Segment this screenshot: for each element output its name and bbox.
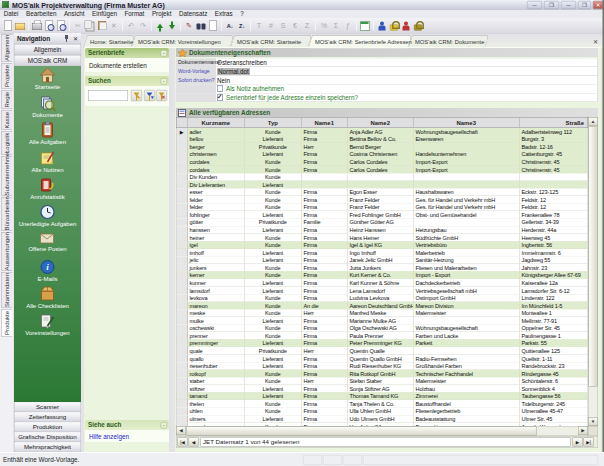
side-tab-subunternehmer[interactable]: Subunternehmer: [1, 156, 13, 196]
table-cell[interactable]: ulmers: [188, 415, 245, 422]
table-cell[interactable]: [414, 347, 520, 354]
collapse-icon[interactable]: -: [161, 50, 168, 57]
table-row[interactable]: imhoffLieferantFirmaIngo ImhoffMalerbetr…: [177, 249, 589, 257]
scroll-left-icon[interactable]: ◀: [176, 426, 186, 435]
child-restore-button[interactable]: ❐: [544, 1, 559, 9]
table-cell[interactable]: Quentin Qualle: [348, 347, 414, 354]
nav-section-allgemein[interactable]: Allgemein: [14, 44, 81, 55]
table-cell[interactable]: Ulmenallee 45-47: [520, 408, 589, 415]
row-selector[interactable]: [177, 211, 188, 218]
table-cell[interactable]: meske: [188, 309, 245, 316]
table-cell[interactable]: [302, 181, 348, 188]
table-cell[interactable]: Parkstr. 55: [520, 340, 589, 347]
table-cell[interactable]: Heizungsbau: [414, 226, 520, 233]
function-icon[interactable]: ƒ: [343, 20, 354, 31]
table-cell[interactable]: berger: [188, 143, 245, 150]
table-cell[interactable]: Firma: [302, 272, 348, 279]
table-cell[interactable]: Lieferant: [245, 211, 302, 218]
table-cell[interactable]: Taubengasse 56: [520, 393, 589, 400]
side-tab-auswertungen[interactable]: Auswertungen: [1, 232, 13, 271]
format-number-icon[interactable]: #: [266, 20, 277, 31]
table-cell[interactable]: prenner: [188, 332, 245, 339]
table-cell[interactable]: jelic: [188, 257, 245, 264]
table-cell[interactable]: fohlinger: [188, 211, 245, 218]
table-cell[interactable]: Vertriebsbüro: [414, 241, 520, 248]
table-cell[interactable]: thelen: [188, 400, 245, 407]
table-cell[interactable]: Firma: [302, 325, 348, 332]
table-row[interactable]: christensenLieferantFirmaCosima Christen…: [177, 151, 589, 159]
table-cell[interactable]: Randebrockstr. 23: [520, 362, 589, 369]
table-cell[interactable]: Franz Felder: [348, 196, 414, 203]
table-row[interactable]: bergerPrivatkundeHerrBernd BergerBadstr.…: [177, 143, 589, 151]
table-cell[interactable]: Firma: [302, 166, 348, 173]
table-cell[interactable]: imhoff: [188, 249, 245, 256]
table-cell[interactable]: Tidelburgerstr. 245: [520, 400, 589, 407]
table-cell[interactable]: Dachdeckerbetrieb: [414, 279, 520, 286]
nav-item-anrufstatistik[interactable]: Anrufstatistik: [14, 177, 81, 201]
table-cell[interactable]: Gellertstr. 34-39: [520, 219, 589, 226]
table-cell[interactable]: Janek Jelic GmbH: [348, 257, 414, 264]
table-row[interactable]: ▶adlerKundeFirmaAnja Adler AGWohnungsbau…: [177, 128, 589, 136]
table-cell[interactable]: Kunde: [245, 166, 302, 173]
open-icon[interactable]: [15, 20, 26, 31]
table-cell[interactable]: Kurt Kerner & Co.: [348, 272, 414, 279]
table-row[interactable]: fohlingerLieferantFirmaFred Fohlinger Gm…: [177, 211, 589, 219]
table-cell[interactable]: Thomas Tamand KG: [348, 393, 414, 400]
sum-icon[interactable]: Σ: [331, 20, 342, 31]
nav-group-grafische-disposition[interactable]: Grafische Disposition: [14, 432, 81, 442]
row-selector[interactable]: [177, 355, 188, 362]
table-cell[interactable]: [414, 173, 520, 180]
table-cell[interactable]: [414, 181, 520, 188]
row-selector[interactable]: [177, 294, 188, 301]
table-cell[interactable]: Cosima Christensen: [348, 151, 414, 158]
table-row[interactable]: qualloLieferantFirmaQuentin Quallo GmbHR…: [177, 355, 589, 363]
table-cell[interactable]: Lieferant: [245, 249, 302, 256]
table-row[interactable]: tamandLieferantFirmaThomas Tamand KGZimm…: [177, 393, 589, 401]
table-cell[interactable]: Firma: [302, 408, 348, 415]
table-cell[interactable]: Jagdweg 55: [520, 257, 589, 264]
print-preview-icon[interactable]: [44, 20, 55, 31]
row-selector[interactable]: [177, 151, 188, 158]
row-selector[interactable]: [177, 188, 188, 195]
table-cell[interactable]: Firma: [302, 340, 348, 347]
table-cell[interactable]: Lieferant: [245, 226, 302, 233]
table-cell[interactable]: staber: [188, 377, 245, 384]
table-cell[interactable]: Jutta Junkers: [348, 264, 414, 271]
menu-datei[interactable]: Datei: [0, 10, 22, 18]
nav-item-unerledigte-aufgaben[interactable]: Unerledigte Aufgaben: [14, 204, 81, 228]
table-cell[interactable]: Ulmer Str. 45: [520, 415, 589, 422]
table-row[interactable]: ulmersLieferantFirmaUdo Ulmers GmbHBadea…: [177, 415, 589, 423]
siehe-auch-header[interactable]: Siehe auch -: [85, 420, 169, 430]
table-row[interactable]: rotkopfKundeFirmaRita Rotkopf GmbHTechni…: [177, 370, 589, 378]
table-cell[interactable]: Hans Heiner: [348, 234, 414, 241]
table-cell[interactable]: Aareon Deutschland GmbH: [348, 302, 414, 309]
collapse-icon[interactable]: -: [161, 422, 168, 429]
row-selector[interactable]: [177, 347, 188, 354]
table-cell[interactable]: Olga Oschewski AG: [348, 325, 414, 332]
table-cell[interactable]: Firma: [302, 241, 348, 248]
table-cell[interactable]: Lieferant: [245, 317, 302, 324]
table-cell[interactable]: Sonnenblick 4: [520, 385, 589, 392]
format-S-icon[interactable]: S: [278, 20, 289, 31]
table-cell[interactable]: heiner: [188, 234, 245, 241]
column-header-name3[interactable]: Name3: [414, 118, 520, 128]
table-cell[interactable]: Privatkunde: [245, 219, 302, 226]
field-value[interactable]: Osteranschreiben: [217, 60, 267, 67]
table-cell[interactable]: götter: [188, 219, 245, 226]
horizontal-scrollbar[interactable]: ◀ ▶: [176, 426, 588, 436]
nav-item-e-mails[interactable]: iE-Mails: [14, 259, 81, 283]
search-input[interactable]: [88, 90, 128, 101]
vertical-scrollbar[interactable]: ▲ ▼: [588, 117, 598, 426]
row-selector[interactable]: [177, 181, 188, 188]
new-document-icon[interactable]: [3, 20, 14, 31]
nav-group-zeiterfassung[interactable]: Zeiterfassung: [14, 412, 81, 422]
table-cell[interactable]: cordales: [188, 158, 245, 165]
table-cell[interactable]: Anja Adler AG: [348, 128, 414, 135]
nav-item-alle-aufgaben[interactable]: Alle Aufgaben: [14, 122, 81, 146]
menu-?[interactable]: ?: [236, 10, 247, 18]
table-cell[interactable]: Kunde: [245, 264, 302, 271]
table-cell[interactable]: Firma: [302, 370, 348, 377]
table-cell[interactable]: Lieferant: [245, 287, 302, 294]
row-selector[interactable]: [177, 362, 188, 369]
side-tab-projekte[interactable]: Projekte: [1, 63, 13, 89]
